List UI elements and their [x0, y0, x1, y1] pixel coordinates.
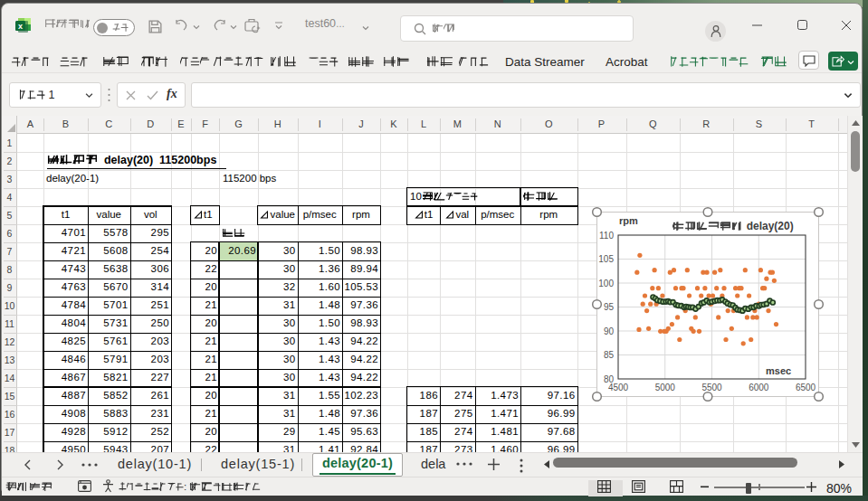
svg-text:90: 90 — [604, 326, 615, 336]
svg-text:85: 85 — [604, 350, 615, 360]
svg-text:105: 105 — [598, 254, 614, 264]
svg-text:5000: 5000 — [655, 383, 676, 392]
svg-text:x: x — [18, 22, 23, 31]
svg-text:5500: 5500 — [701, 383, 722, 392]
svg-text:110: 110 — [599, 231, 614, 241]
svg-text:6500: 6500 — [796, 383, 816, 392]
svg-text:4500: 4500 — [608, 383, 629, 392]
svg-text:6000: 6000 — [749, 383, 769, 392]
svg-text:100: 100 — [598, 279, 614, 288]
svg-text:95: 95 — [604, 302, 615, 312]
